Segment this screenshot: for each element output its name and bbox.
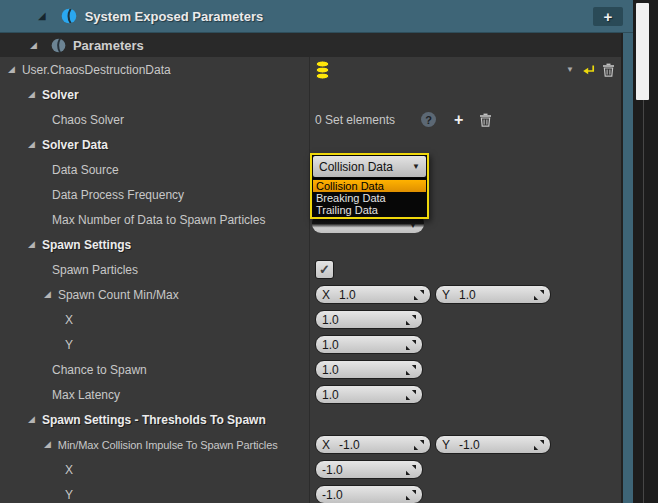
table-row[interactable]: Max Latency 1.0 — [0, 382, 621, 407]
y-value-field[interactable]: Y 1.0 — [435, 285, 551, 304]
combobox-value: Collision Data — [319, 160, 393, 174]
field-value: -1.0 — [322, 463, 406, 477]
expander-icon[interactable]: ◢ — [30, 41, 37, 50]
category-label: Solver Data — [42, 138, 108, 152]
check-icon: ✓ — [319, 263, 330, 276]
param-label: Max Latency — [52, 388, 120, 402]
drag-spinner-icon[interactable] — [534, 290, 544, 300]
panel-header: ◢ System Exposed Parameters + — [0, 0, 633, 33]
table-row[interactable]: Spawn Particles ✓ — [0, 257, 621, 282]
category-label: Solver — [42, 88, 79, 102]
spawn-particles-checkbox[interactable]: ✓ — [315, 260, 334, 279]
field-value: 1.0 — [459, 288, 534, 302]
param-name: User.ChaosDestructionData — [22, 63, 171, 77]
category-row[interactable]: ◢ Spawn Settings — [0, 232, 621, 257]
param-label: Spawn Particles — [52, 263, 138, 277]
drag-spinner-icon[interactable] — [406, 390, 416, 400]
page-title: System Exposed Parameters — [85, 9, 263, 24]
expander-icon[interactable]: ◢ — [28, 90, 35, 99]
help-icon[interactable]: ? — [421, 112, 436, 127]
x-value-field[interactable]: -1.0 — [315, 460, 423, 479]
drag-spinner-icon[interactable] — [406, 315, 416, 325]
param-label: Min/Max Collision Impulse To Spawn Parti… — [58, 439, 278, 451]
niagara-icon — [61, 8, 77, 24]
table-row[interactable]: Chance to Spawn 1.0 — [0, 357, 621, 382]
table-row[interactable]: X 1.0 — [0, 307, 621, 332]
param-label: Chance to Spawn — [52, 363, 147, 377]
drag-spinner-icon[interactable] — [406, 465, 416, 475]
table-row[interactable]: ◢ Min/Max Collision Impulse To Spawn Par… — [0, 432, 621, 457]
field-value: 1.0 — [322, 363, 406, 377]
panel-right-border — [623, 33, 633, 503]
expander-icon[interactable]: ◢ — [28, 415, 35, 424]
x-value-field[interactable]: X 1.0 — [315, 285, 431, 304]
expander-icon[interactable]: ◢ — [44, 290, 51, 299]
chevron-down-icon[interactable]: ▼ — [566, 66, 574, 74]
y-value-field[interactable]: -1.0 — [315, 485, 423, 503]
chance-to-spawn-field[interactable]: 1.0 — [315, 360, 423, 379]
table-row[interactable]: Chaos Solver 0 Set elements ? + — [0, 107, 621, 132]
section-title: Parameters — [73, 38, 144, 53]
scrollbar-track[interactable] — [633, 0, 658, 503]
drag-spinner-icon[interactable] — [406, 340, 416, 350]
param-label: X — [65, 463, 73, 477]
chevron-down-icon: ▼ — [412, 163, 420, 171]
data-source-combobox[interactable]: Collision Data ▼ — [313, 156, 426, 177]
table-row[interactable]: X -1.0 — [0, 457, 621, 482]
category-label: Spawn Settings — [42, 238, 131, 252]
field-value: 1.0 — [339, 288, 414, 302]
drag-spinner-icon[interactable] — [406, 365, 416, 375]
param-label: Data Source — [52, 163, 119, 177]
field-value: 1.0 — [322, 313, 406, 327]
niagara-icon — [51, 38, 66, 53]
max-latency-field[interactable]: 1.0 — [315, 385, 423, 404]
drag-spinner-icon[interactable] — [414, 290, 424, 300]
field-value: -1.0 — [322, 488, 406, 502]
set-elements-count: 0 Set elements — [315, 113, 395, 127]
axis-label: Y — [442, 288, 450, 302]
menu-item-collision-data[interactable]: Collision Data — [313, 180, 426, 192]
param-label: Chaos Solver — [52, 113, 124, 127]
reset-to-default-icon[interactable] — [581, 64, 595, 76]
scrollbar-thumb[interactable] — [636, 3, 649, 100]
trash-icon[interactable] — [479, 113, 492, 127]
table-row[interactable]: Y 1.0 — [0, 332, 621, 357]
y-value-field[interactable]: Y -1.0 — [435, 435, 551, 454]
field-value: -1.0 — [459, 438, 534, 452]
add-parameter-button[interactable]: + — [593, 7, 623, 26]
dropdown-menu: Collision Data Breaking Data Trailing Da… — [312, 178, 427, 217]
expander-icon[interactable]: ◢ — [28, 240, 35, 249]
menu-item-trailing-data[interactable]: Trailing Data — [313, 204, 426, 216]
y-value-field[interactable]: 1.0 — [315, 335, 423, 354]
field-value: 1.0 — [322, 388, 406, 402]
parameters-section-header[interactable]: ◢ Parameters — [0, 33, 621, 57]
category-row[interactable]: ◢ Spawn Settings - Thresholds To Spawn — [0, 407, 621, 432]
drag-spinner-icon[interactable] — [406, 490, 416, 500]
table-row[interactable]: ◢ Spawn Count Min/Max X 1.0 Y 1.0 — [0, 282, 621, 307]
axis-label: X — [322, 288, 330, 302]
field-value: -1.0 — [339, 438, 414, 452]
table-row[interactable]: Y -1.0 — [0, 482, 621, 503]
x-value-field[interactable]: X -1.0 — [315, 435, 431, 454]
category-label: Spawn Settings - Thresholds To Spawn — [42, 413, 266, 427]
menu-item-breaking-data[interactable]: Breaking Data — [313, 192, 426, 204]
param-label: Y — [65, 488, 73, 502]
drag-spinner-icon[interactable] — [414, 440, 424, 450]
trash-icon[interactable] — [602, 63, 615, 77]
chevron-down-icon: ▼ — [409, 222, 417, 230]
x-value-field[interactable]: 1.0 — [315, 310, 423, 329]
category-row[interactable]: ◢ Solver — [0, 82, 621, 107]
axis-label: X — [322, 438, 330, 452]
param-label: Spawn Count Min/Max — [58, 288, 179, 302]
expander-icon[interactable]: ◢ — [44, 440, 51, 449]
param-label: Data Process Frequency — [52, 188, 184, 202]
drag-spinner-icon[interactable] — [534, 440, 544, 450]
add-element-button[interactable]: + — [454, 112, 463, 128]
expander-icon[interactable]: ◢ — [38, 11, 46, 21]
data-source-dropdown[interactable]: Collision Data ▼ Collision Data Breaking… — [310, 153, 429, 219]
table-row[interactable]: ◢ User.ChaosDestructionData ▼ — [0, 57, 621, 82]
axis-label: Y — [442, 438, 450, 452]
expander-icon[interactable]: ◢ — [8, 65, 15, 74]
parameters-list: ◢ User.ChaosDestructionData ▼ — [0, 57, 621, 503]
expander-icon[interactable]: ◢ — [28, 140, 35, 149]
